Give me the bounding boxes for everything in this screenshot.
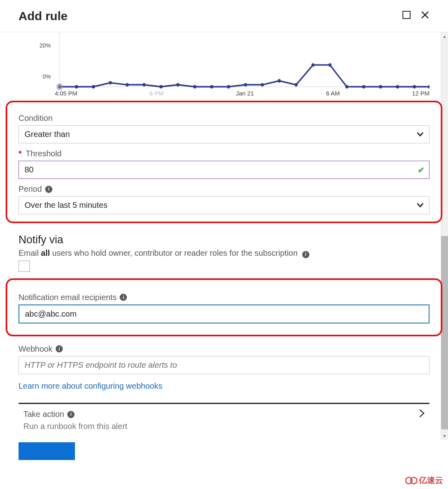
svg-point-17: [261, 83, 264, 87]
valid-check-icon: ✔: [418, 165, 425, 175]
webhook-label: Webhook i: [19, 344, 429, 354]
svg-point-16: [244, 83, 247, 87]
svg-point-8: [109, 81, 112, 85]
maximize-icon[interactable]: [402, 10, 411, 22]
svg-point-20: [311, 63, 315, 67]
chart-ytick-20: 20%: [35, 42, 51, 49]
learn-more-link[interactable]: Learn more about configuring webhooks: [19, 381, 162, 391]
required-icon: *: [19, 149, 22, 158]
recipients-input[interactable]: [19, 305, 429, 323]
chart-xtick: 6 PM: [149, 90, 164, 97]
info-icon[interactable]: i: [45, 186, 52, 193]
chart-xtick: 4:05 PM: [55, 90, 77, 97]
watermark: 亿速云: [405, 475, 443, 486]
period-select[interactable]: Over the last 5 minutes: [19, 196, 429, 214]
svg-point-14: [210, 85, 213, 89]
svg-point-30: [411, 477, 417, 484]
chart-xtick: 12 PM: [412, 90, 429, 97]
take-action-row[interactable]: Take action i: [19, 409, 429, 420]
svg-point-18: [278, 79, 281, 83]
chart-xaxis: 4:05 PM 6 PM Jan 21 6 AM 12 PM: [55, 90, 429, 97]
svg-point-21: [328, 63, 332, 67]
chart-xtick: Jan 21: [236, 90, 254, 97]
svg-point-6: [75, 85, 78, 89]
svg-point-7: [92, 85, 95, 89]
content-area: 20% 0% 4:05 PM 6 PM Jan 21 6 AM 12 PM: [0, 32, 448, 489]
threshold-input[interactable]: [19, 161, 429, 179]
chevron-right-icon: [419, 409, 425, 420]
notify-via-title: Notify via: [19, 234, 429, 246]
ok-button[interactable]: [19, 442, 75, 460]
svg-point-24: [379, 85, 382, 89]
info-icon[interactable]: i: [120, 294, 127, 301]
take-action-label: Take action i: [23, 410, 75, 419]
info-icon[interactable]: i: [56, 345, 63, 352]
period-label: Period i: [19, 184, 429, 194]
period-value[interactable]: Over the last 5 minutes: [19, 196, 429, 214]
svg-point-23: [362, 85, 365, 89]
svg-point-11: [160, 85, 163, 89]
threshold-label: * Threshold: [19, 149, 429, 158]
svg-point-12: [176, 83, 180, 87]
close-icon[interactable]: [421, 10, 429, 22]
condition-highlight-box: Condition Greater than * Threshold ✔ Per…: [6, 101, 442, 223]
svg-point-13: [193, 85, 197, 89]
svg-point-10: [143, 83, 146, 87]
webhook-input[interactable]: [19, 356, 429, 374]
svg-point-25: [396, 85, 399, 89]
condition-select[interactable]: Greater than: [19, 125, 429, 143]
condition-value[interactable]: Greater than: [19, 125, 429, 143]
runbook-description: Run a runbook from this alert: [19, 422, 429, 431]
panel-header: Add rule: [0, 0, 448, 32]
condition-label: Condition: [19, 114, 429, 123]
svg-point-22: [345, 85, 348, 89]
svg-point-9: [126, 83, 129, 87]
separator: [19, 403, 429, 404]
svg-point-26: [413, 85, 416, 89]
recipients-highlight-box: Notification email recipients i: [6, 278, 442, 336]
chart-xtick: 6 AM: [326, 90, 340, 97]
page-title: Add rule: [19, 9, 68, 23]
info-icon[interactable]: i: [302, 251, 309, 258]
svg-point-27: [428, 85, 429, 89]
email-all-checkbox[interactable]: [19, 261, 30, 272]
svg-point-19: [295, 83, 298, 87]
svg-point-15: [227, 85, 230, 89]
chart-ytick-0: 0%: [35, 73, 51, 80]
info-icon[interactable]: i: [67, 411, 75, 418]
email-all-description: Email all users who hold owner, contribu…: [19, 249, 429, 258]
metric-chart: 20% 0% 4:05 PM 6 PM Jan 21 6 AM 12 PM: [19, 32, 429, 97]
recipients-label: Notification email recipients i: [19, 293, 429, 302]
svg-rect-0: [403, 11, 410, 19]
svg-point-28: [56, 83, 63, 90]
